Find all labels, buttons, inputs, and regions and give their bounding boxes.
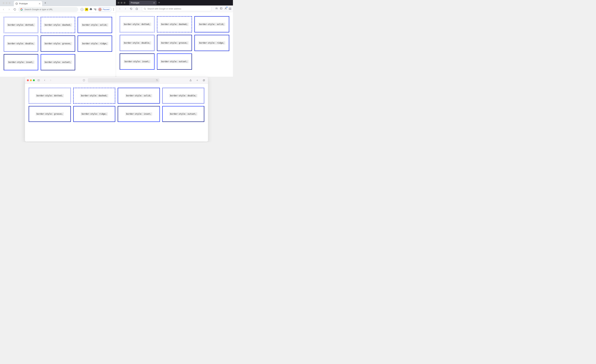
code-label: border-style: ridge; [81, 112, 108, 116]
account-icon[interactable] [224, 7, 227, 10]
svg-line-4 [217, 8, 218, 9]
code-label: border-style: dashed; [44, 23, 72, 27]
sidebar-icon[interactable] [37, 78, 41, 82]
search-icon [144, 8, 146, 10]
code-label: border-style: solid; [198, 23, 225, 26]
forward-button[interactable] [123, 7, 128, 11]
safari-window: border-style: dotted; border-style: dash… [25, 77, 208, 141]
js-extension-icon[interactable]: JS [85, 8, 88, 11]
back-button[interactable] [118, 7, 122, 11]
page-content: border-style: dotted; border-style: dash… [0, 13, 116, 74]
sidebar-icon[interactable] [220, 7, 223, 10]
omnibox-placeholder: Search Google or type a URL [24, 8, 53, 11]
safari-toolbar [25, 77, 208, 84]
new-tab-icon[interactable] [195, 78, 199, 82]
firefox-tabstrip: Prototype + [116, 0, 233, 6]
forward-button[interactable] [7, 7, 11, 12]
border-demo-solid: border-style: solid; [78, 17, 112, 33]
code-label: border-style: groove; [36, 112, 64, 116]
code-label: border-style: ridge; [81, 42, 109, 45]
browser-tab[interactable]: Prototype [129, 0, 156, 5]
new-tab-button[interactable]: + [43, 1, 47, 5]
code-label: border-style: groove; [44, 42, 72, 45]
border-demo-double: border-style: double; [120, 35, 155, 51]
omnibox[interactable]: Search Google or type a URL [18, 7, 78, 12]
border-demo-outset: border-style: outset; [162, 106, 204, 122]
svg-point-7 [225, 8, 226, 9]
info-icon[interactable]: i [81, 8, 83, 11]
code-label: border-style: outset; [44, 60, 72, 64]
globe-icon [15, 2, 18, 5]
code-label: border-style: inset; [7, 60, 35, 64]
code-label: border-style: double; [169, 94, 197, 97]
share-icon[interactable] [188, 78, 193, 82]
chrome-tabstrip: Prototype + [0, 0, 116, 6]
tabs-icon[interactable] [202, 78, 206, 82]
border-demo-inset: border-style: inset; [118, 106, 160, 122]
reading-list-icon[interactable] [94, 9, 96, 10]
window-controls[interactable] [1, 2, 12, 4]
tab-title: Prototype [19, 2, 28, 5]
back-button[interactable] [42, 78, 47, 82]
code-label: border-style: double; [7, 42, 35, 45]
code-label: border-style: ridge; [198, 41, 225, 45]
chrome-window: Prototype + Search Google or type a URL … [0, 0, 116, 77]
border-demo-double: border-style: double; [162, 88, 204, 104]
profile-paused-chip[interactable]: Paused [98, 7, 111, 12]
reload-button[interactable] [13, 7, 17, 12]
chrome-toolbar: Search Google or type a URL i JS Paused [0, 6, 116, 13]
border-demo-ridge: border-style: ridge; [73, 106, 115, 122]
code-label: border-style: dotted; [123, 23, 151, 26]
address-bar[interactable] [88, 78, 159, 82]
svg-rect-8 [37, 80, 39, 81]
window-controls[interactable] [27, 79, 35, 81]
code-label: border-style: outset; [169, 112, 197, 116]
firefox-menu-button[interactable] [229, 8, 231, 10]
back-button[interactable] [1, 7, 6, 12]
close-tab-icon[interactable] [39, 3, 40, 5]
firefox-toolbar: Search with Google or enter address [116, 6, 233, 12]
code-label: border-style: dashed; [80, 94, 108, 97]
browser-tab[interactable]: Prototype [14, 1, 42, 6]
code-label: border-style: double; [123, 41, 151, 45]
border-demo-inset: border-style: inset; [120, 53, 155, 70]
border-demo-outset: border-style: outset; [41, 54, 75, 70]
border-demo-solid: border-style: solid; [194, 16, 229, 32]
border-demo-dotted: border-style: dotted; [29, 88, 71, 104]
page-content: border-style: dotted; border-style: dash… [25, 84, 208, 126]
code-label: border-style: inset; [124, 60, 151, 63]
border-demo-groove: border-style: groove; [29, 106, 71, 122]
border-demo-groove: border-style: groove; [41, 36, 75, 52]
library-icon[interactable] [215, 7, 218, 10]
window-controls[interactable] [118, 2, 129, 4]
page-content: border-style: dotted; border-style: dash… [116, 12, 233, 74]
avatar-icon [98, 8, 102, 11]
safari-toolbar-right [188, 78, 206, 82]
svg-point-0 [144, 8, 145, 9]
border-demo-dashed: border-style: dashed; [73, 88, 115, 104]
chrome-menu-button[interactable] [113, 8, 114, 11]
reload-button[interactable] [129, 7, 133, 11]
close-tab-icon[interactable] [153, 2, 155, 4]
urlbar-placeholder: Search with Google or enter address [147, 8, 181, 10]
firefox-toolbar-right [214, 7, 231, 10]
border-demo-outset: border-style: outset; [157, 53, 192, 70]
border-demo-double: border-style: double; [4, 36, 38, 52]
border-demo-inset: border-style: inset; [4, 54, 38, 70]
google-icon [20, 8, 23, 11]
border-demo-groove: border-style: groove; [157, 35, 192, 51]
new-tab-button[interactable]: + [156, 1, 162, 5]
forward-button[interactable] [48, 78, 53, 82]
urlbar[interactable]: Search with Google or enter address [142, 7, 211, 11]
code-label: border-style: dotted; [36, 94, 64, 97]
privacy-shield-icon[interactable] [82, 78, 86, 82]
extensions-icon[interactable] [89, 8, 92, 11]
code-label: border-style: solid; [125, 94, 152, 97]
home-button[interactable] [134, 7, 139, 11]
reload-icon[interactable] [156, 79, 158, 81]
svg-line-1 [145, 9, 146, 10]
svg-rect-5 [220, 8, 222, 9]
code-label: border-style: groove; [160, 41, 188, 45]
code-label: border-style: dashed; [160, 23, 188, 26]
code-label: border-style: inset; [125, 112, 152, 116]
